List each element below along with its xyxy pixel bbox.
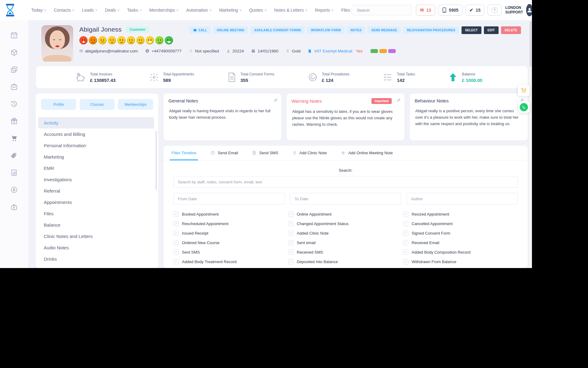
to-date-input[interactable]	[290, 193, 401, 205]
timeline-filter-checkbox[interactable]: ✓Booked Appointment	[173, 211, 288, 218]
action-button[interactable]: ☎CALL	[189, 26, 211, 34]
checkbox-icon[interactable]: ✓	[403, 212, 408, 217]
timeline-filter-checkbox[interactable]: ✓Ordered New Course	[173, 239, 288, 246]
action-button[interactable]: ONLINE MEETING	[213, 26, 248, 34]
menu-item[interactable]: Appointments	[38, 197, 154, 208]
tasks-badge[interactable]: ✔15	[466, 5, 484, 16]
floating-cart-button[interactable]	[518, 85, 530, 96]
checkbox-icon[interactable]: ✓	[173, 231, 179, 236]
customer-email[interactable]: ✉abigailjones@mailinator.com	[79, 48, 138, 53]
action-button[interactable]: EDIT	[484, 26, 499, 34]
timeline-filter-checkbox[interactable]: ✓Cancelled Appointment	[403, 220, 518, 227]
nav-menu-item[interactable]: Deals∨	[105, 8, 119, 13]
security-icon[interactable]	[10, 186, 18, 194]
tab-add-clinic-note[interactable]: Add Clinic Note	[292, 146, 327, 160]
menu-item[interactable]: Drinks	[38, 253, 154, 265]
action-button[interactable]: SEND MESSAGE	[368, 26, 401, 34]
page-scrollbar[interactable]	[529, 20, 532, 268]
checkbox-icon[interactable]: ✓	[288, 231, 293, 236]
gift-icon[interactable]	[10, 117, 18, 125]
menu-item[interactable]: Marketing	[38, 151, 154, 163]
menu-item[interactable]: Accounts and Billing	[38, 128, 154, 140]
smiley-face-icon[interactable]	[117, 36, 126, 44]
smiley-face-icon[interactable]	[79, 36, 88, 44]
checkbox-icon[interactable]: ✓	[173, 259, 179, 264]
smiley-face-icon[interactable]	[155, 36, 164, 44]
customer-photo[interactable]	[41, 25, 73, 62]
from-date-input[interactable]	[173, 193, 285, 205]
smiley-face-icon[interactable]	[127, 36, 135, 44]
nav-menu-item[interactable]: Contacts∨	[54, 8, 74, 13]
panel-tab[interactable]: Profile	[41, 99, 76, 110]
checkbox-icon[interactable]: ✓	[288, 250, 293, 255]
menu-item[interactable]: Balance	[38, 219, 154, 231]
timeline-search-input[interactable]	[173, 176, 518, 188]
smiley-face-icon[interactable]	[146, 36, 154, 44]
nav-menu-item[interactable]: Files	[341, 8, 352, 13]
pencil-icon[interactable]: ✎	[273, 98, 278, 102]
timeline-filter-checkbox[interactable]: ✓Resized Appointment	[403, 211, 518, 218]
tag-icon[interactable]	[10, 151, 18, 159]
timeline-filter-checkbox[interactable]: ✓Withdrawn From Balance	[403, 258, 518, 265]
checkbox-icon[interactable]: ✓	[403, 259, 408, 264]
layers-icon[interactable]	[10, 66, 18, 74]
nav-menu-item[interactable]: Memberships∨	[149, 8, 179, 13]
action-button[interactable]: REJUVENATION PROCEDURES	[403, 26, 459, 34]
menu-item[interactable]: Investigations	[38, 174, 154, 185]
timeline-filter-checkbox[interactable]: ✓Rescheduled Appointment	[173, 220, 288, 227]
checkbox-icon[interactable]: ✓	[288, 259, 293, 264]
action-button[interactable]: AVAILABLE CONSENT FORMS	[251, 26, 305, 34]
action-button[interactable]: DELETE	[501, 26, 521, 34]
timeline-filter-checkbox[interactable]: ✓Changed Appointment Status	[288, 220, 403, 227]
panel-scrollbar[interactable]	[156, 131, 157, 190]
timeline-filter-checkbox[interactable]: ✓Sent SMS	[173, 249, 288, 256]
author-input[interactable]	[406, 193, 518, 205]
floating-whatsapp-button[interactable]	[518, 101, 530, 113]
report-icon[interactable]	[10, 169, 18, 177]
calendar-icon[interactable]: 12	[10, 31, 18, 39]
timeline-filter-checkbox[interactable]: ✓Sent email	[288, 239, 403, 246]
cart-icon[interactable]	[10, 134, 18, 142]
case-icon[interactable]	[10, 203, 18, 211]
messages-badge[interactable]: ✉13	[416, 5, 435, 16]
action-button[interactable]: SELECT	[462, 26, 481, 34]
smiley-face-icon[interactable]	[165, 36, 173, 44]
timeline-filter-checkbox[interactable]: ✓Signed Consent Form	[403, 230, 518, 237]
nav-menu-item[interactable]: Marketing∨	[219, 8, 241, 13]
checkbox-icon[interactable]: ✓	[173, 221, 179, 226]
color-tag[interactable]	[379, 49, 387, 53]
user-avatar[interactable]	[526, 4, 532, 16]
pencil-icon[interactable]: ✎	[396, 98, 401, 102]
menu-item[interactable]: Clinic Notes and Letters	[38, 231, 154, 242]
app-logo-hourglass-icon[interactable]	[4, 2, 16, 18]
smiley-face-icon[interactable]	[108, 36, 116, 44]
checkbox-icon[interactable]: ✓	[173, 250, 179, 255]
checkbox-icon[interactable]: ✓	[403, 240, 408, 245]
smiley-face-icon[interactable]	[89, 36, 97, 44]
history-icon[interactable]	[10, 100, 18, 108]
timeline-filter-checkbox[interactable]: ✓Issued Receipt	[173, 230, 288, 237]
smiley-face-icon[interactable]	[136, 36, 145, 44]
help-badge[interactable]: ?	[488, 5, 502, 16]
smiley-face-icon[interactable]	[98, 36, 107, 44]
tab-add-online-meeting-note[interactable]: Add Online Meeting Note	[341, 146, 393, 160]
booking-icon[interactable]	[10, 83, 18, 91]
checkbox-icon[interactable]: ✓	[288, 212, 293, 217]
panel-tab[interactable]: Courses	[80, 99, 115, 110]
timeline-filter-checkbox[interactable]: ✓Added Body Composition Record	[403, 249, 518, 256]
panel-tab[interactable]: Memberships	[118, 99, 153, 110]
menu-item[interactable]: Referral	[38, 185, 154, 197]
menu-item[interactable]: Activity	[38, 117, 154, 128]
checkbox-icon[interactable]: ✓	[403, 250, 408, 255]
menu-item[interactable]: EMR	[38, 163, 154, 174]
tab-filter-timeline[interactable]: Filter Timeline	[172, 146, 196, 160]
customer-phone[interactable]: +447490009777	[145, 49, 182, 53]
checkbox-icon[interactable]: ✓	[173, 240, 179, 245]
calls-badge[interactable]: 5905	[438, 5, 462, 16]
nav-menu-item[interactable]: Tasks∨	[127, 8, 141, 13]
nav-menu-item[interactable]: Today∨	[31, 8, 46, 13]
nav-menu-item[interactable]: Leads∨	[82, 8, 97, 13]
package-icon[interactable]	[10, 48, 18, 56]
action-button[interactable]: WORKFLOW FORM	[307, 26, 344, 34]
checkbox-icon[interactable]: ✓	[288, 221, 293, 226]
